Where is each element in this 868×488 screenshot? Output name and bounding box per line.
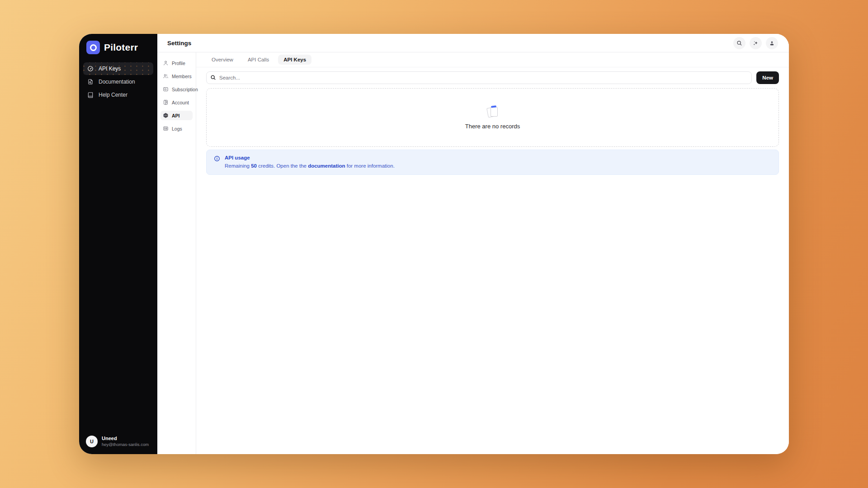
brand-logo: Piloterr: [79, 34, 157, 59]
search-button[interactable]: [733, 37, 745, 49]
documentation-link[interactable]: documentation: [308, 163, 345, 169]
search-box: [206, 71, 752, 84]
tab-api-keys[interactable]: API Keys: [278, 55, 311, 65]
sidebar-item-label: API Keys: [99, 66, 121, 72]
credits-count: 50: [251, 163, 257, 169]
header-actions: [733, 37, 778, 49]
settings-nav-label: Subscription: [172, 87, 198, 92]
account-icon: [769, 40, 775, 46]
top-header: Settings: [157, 34, 789, 52]
notice-text: Remaining: [225, 163, 251, 169]
settings-nav-label: Account: [172, 100, 189, 105]
avatar: U: [86, 436, 98, 447]
settings-nav-subscription[interactable]: Subscription: [160, 84, 193, 94]
search-icon: [210, 75, 216, 80]
account-file-icon: [163, 99, 169, 105]
piloterr-logo-icon: [86, 41, 100, 54]
brand-name: Piloterr: [104, 42, 138, 53]
settings-nav-logs[interactable]: Logs: [160, 124, 193, 133]
desktop-background: Piloterr API Keys Documentation Help Cen…: [0, 0, 868, 488]
sidebar-spacer: [79, 101, 157, 430]
settings-nav: Profile Members Subscription Account: [157, 52, 196, 454]
api-keys-content: New There are no records: [196, 67, 789, 175]
primary-nav: API Keys Documentation Help Center: [79, 62, 157, 101]
user-email: hey@thomas-sanlis.com: [102, 442, 149, 447]
toolbar: New: [206, 71, 779, 84]
primary-sidebar: Piloterr API Keys Documentation Help Cen…: [79, 34, 157, 454]
settings-nav-members[interactable]: Members: [160, 71, 193, 81]
book-icon: [87, 92, 94, 98]
profile-icon: [163, 60, 169, 66]
tab-overview[interactable]: Overview: [206, 55, 239, 65]
api-hexagon-icon: API: [163, 113, 169, 118]
app-window: Piloterr API Keys Documentation Help Cen…: [79, 34, 789, 454]
document-search-icon: [87, 79, 94, 85]
notice-text: for more information.: [345, 163, 395, 169]
sparkles-button[interactable]: [750, 37, 762, 49]
settings-nav-api[interactable]: API API: [160, 111, 193, 120]
settings-nav-account[interactable]: Account: [160, 98, 193, 107]
sidebar-item-api-keys[interactable]: API Keys: [83, 62, 153, 75]
settings-body: Profile Members Subscription Account: [157, 52, 789, 454]
search-icon: [736, 40, 742, 46]
notice-body: Remaining 50 credits. Open the the docum…: [225, 163, 395, 169]
settings-nav-label: Profile: [172, 61, 185, 66]
sidebar-item-label: Help Center: [99, 92, 127, 98]
api-keys-panel: Overview API Calls API Keys New: [196, 52, 789, 454]
settings-nav-label: Members: [172, 74, 192, 79]
empty-state-message: There are no records: [465, 123, 520, 130]
svg-text:API: API: [165, 115, 167, 117]
account-button[interactable]: [766, 37, 778, 49]
gauge-icon: [87, 66, 94, 72]
settings-nav-label: Logs: [172, 126, 182, 131]
settings-nav-profile[interactable]: Profile: [160, 58, 193, 68]
user-name: Uneed: [102, 436, 149, 442]
logs-icon: [163, 126, 169, 131]
tabs: Overview API Calls API Keys: [196, 52, 789, 67]
sidebar-item-help-center[interactable]: Help Center: [83, 89, 153, 101]
empty-records-icon: [487, 106, 499, 118]
content-area: Settings: [157, 34, 789, 454]
tab-api-calls[interactable]: API Calls: [242, 55, 274, 65]
search-input[interactable]: [206, 71, 752, 84]
user-menu[interactable]: U Uneed hey@thomas-sanlis.com: [79, 430, 157, 454]
notice-title: API usage: [225, 155, 395, 160]
notice-text: credits. Open the the: [257, 163, 308, 169]
settings-nav-label: API: [172, 113, 180, 118]
sparkles-icon: [753, 40, 759, 46]
sidebar-item-documentation[interactable]: Documentation: [83, 75, 153, 88]
sidebar-item-label: Documentation: [99, 79, 135, 85]
api-usage-notice: API usage Remaining 50 credits. Open the…: [206, 150, 779, 175]
info-icon: [214, 155, 220, 162]
subscription-icon: [163, 86, 169, 92]
page-title: Settings: [167, 40, 191, 47]
new-button[interactable]: New: [756, 71, 779, 84]
members-icon: [163, 73, 169, 79]
empty-state: There are no records: [206, 88, 779, 147]
